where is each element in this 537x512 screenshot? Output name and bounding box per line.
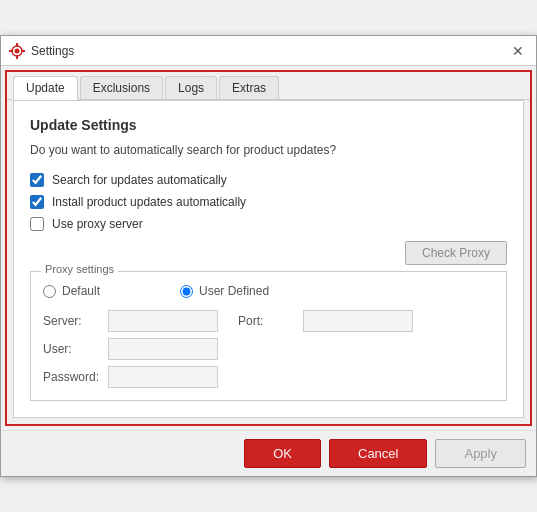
user-row: User:	[43, 338, 218, 360]
radio-default-input[interactable]	[43, 285, 56, 298]
window-title: Settings	[31, 44, 74, 58]
password-row: Password:	[43, 366, 218, 388]
tab-extras[interactable]: Extras	[219, 76, 279, 99]
user-label: User:	[43, 342, 108, 356]
tab-bar: Update Exclusions Logs Extras	[7, 72, 530, 100]
radio-default-label: Default	[62, 284, 100, 298]
tab-content-update: Update Settings Do you want to automatic…	[13, 100, 524, 418]
use-proxy-checkbox[interactable]	[30, 217, 44, 231]
radio-default: Default	[43, 284, 100, 298]
proxy-check-row: Check Proxy	[30, 241, 507, 265]
server-input[interactable]	[108, 310, 218, 332]
radio-user-defined-label: User Defined	[199, 284, 269, 298]
port-input[interactable]	[303, 310, 413, 332]
tab-logs[interactable]: Logs	[165, 76, 217, 99]
title-bar: Settings ✕	[1, 36, 536, 66]
install-updates-label: Install product updates automatically	[52, 195, 246, 209]
radio-user-defined: User Defined	[180, 284, 269, 298]
left-col: Server: User: Password:	[43, 310, 218, 388]
password-input[interactable]	[108, 366, 218, 388]
apply-button[interactable]: Apply	[435, 439, 526, 468]
user-input[interactable]	[108, 338, 218, 360]
tab-exclusions[interactable]: Exclusions	[80, 76, 163, 99]
right-col: Port:	[238, 310, 413, 388]
checkbox-row-3: Use proxy server	[30, 217, 507, 231]
ok-button[interactable]: OK	[244, 439, 321, 468]
radio-row: Default User Defined	[43, 284, 494, 298]
server-label: Server:	[43, 314, 108, 328]
svg-point-5	[15, 48, 20, 53]
close-button[interactable]: ✕	[508, 41, 528, 61]
section-title: Update Settings	[30, 117, 507, 133]
form-fields: Server: User: Password:	[43, 310, 494, 388]
install-updates-checkbox[interactable]	[30, 195, 44, 209]
bottom-bar: OK Cancel Apply	[1, 430, 536, 476]
checkbox-row-2: Install product updates automatically	[30, 195, 507, 209]
radio-user-defined-input[interactable]	[180, 285, 193, 298]
proxy-settings-legend: Proxy settings	[41, 263, 118, 275]
description-text: Do you want to automatically search for …	[30, 143, 507, 157]
port-label: Port:	[238, 314, 303, 328]
use-proxy-label: Use proxy server	[52, 217, 143, 231]
checkbox-row-1: Search for updates automatically	[30, 173, 507, 187]
server-row: Server:	[43, 310, 218, 332]
search-updates-label: Search for updates automatically	[52, 173, 227, 187]
settings-icon	[9, 43, 25, 59]
settings-window: Settings ✕ Update Exclusions Logs Extras…	[0, 35, 537, 477]
cancel-button[interactable]: Cancel	[329, 439, 427, 468]
port-row: Port:	[238, 310, 413, 332]
content-area: Update Exclusions Logs Extras Update Set…	[5, 70, 532, 426]
proxy-settings-group: Proxy settings Default User Defined	[30, 271, 507, 401]
password-label: Password:	[43, 370, 108, 384]
search-updates-checkbox[interactable]	[30, 173, 44, 187]
tab-update[interactable]: Update	[13, 76, 78, 100]
check-proxy-button[interactable]: Check Proxy	[405, 241, 507, 265]
